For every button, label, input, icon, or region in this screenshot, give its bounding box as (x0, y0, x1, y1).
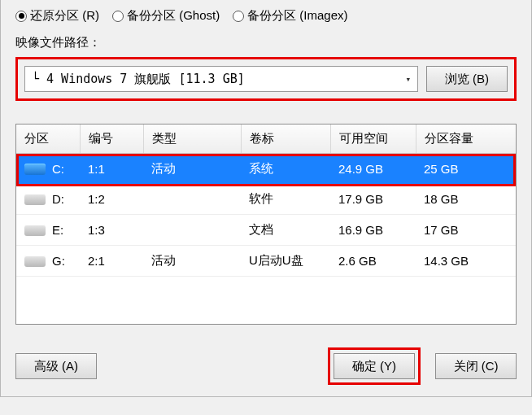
dialog-body: 还原分区 (R) 备份分区 (Ghost) 备份分区 (Imagex) 映像文件… (0, 0, 532, 397)
radio-ghost-label: 备份分区 (Ghost) (127, 8, 220, 24)
cell-volume: 系统 (241, 154, 330, 185)
table-row[interactable]: C:1:1活动系统24.9 GB25 GB (16, 154, 516, 185)
cell-capacity: 14.3 GB (416, 246, 516, 277)
cell-type: 活动 (143, 246, 241, 277)
image-path-highlight: └ 4 Windows 7 旗舰版 [11.3 GB] ▾ 浏览 (B) (15, 57, 517, 101)
table-empty-space (16, 277, 516, 324)
radio-ghost[interactable]: 备份分区 (Ghost) (112, 8, 220, 24)
ok-button-highlight: 确定 (Y) (328, 347, 421, 385)
cell-free: 17.9 GB (330, 184, 416, 215)
ok-button[interactable]: 确定 (Y) (334, 353, 415, 379)
col-free[interactable]: 可用空间 (330, 124, 416, 154)
cell-type: 活动 (143, 154, 241, 185)
radio-imagex[interactable]: 备份分区 (Imagex) (233, 8, 347, 24)
advanced-button[interactable]: 高级 (A) (15, 353, 97, 379)
col-type[interactable]: 类型 (143, 124, 241, 154)
col-partition[interactable]: 分区 (16, 124, 80, 154)
dialog-button-row: 高级 (A) 确定 (Y) 关闭 (C) (15, 347, 517, 385)
cell-number: 1:3 (80, 215, 143, 246)
disk-icon (24, 164, 46, 175)
cell-volume: U启动U盘 (241, 246, 330, 277)
cell-partition: C: (52, 162, 64, 176)
cell-volume: 文档 (241, 215, 330, 246)
cell-partition: E: (52, 223, 63, 237)
col-number[interactable]: 编号 (80, 124, 143, 154)
table-row[interactable]: G:2:1活动U启动U盘2.6 GB14.3 GB (16, 246, 516, 277)
cell-volume: 软件 (241, 184, 330, 215)
col-volume[interactable]: 卷标 (241, 124, 330, 154)
image-path-dropdown-text: └ 4 Windows 7 旗舰版 [11.3 GB] (32, 72, 245, 87)
radio-restore[interactable]: 还原分区 (R) (15, 8, 99, 24)
disk-icon (24, 256, 46, 267)
disk-icon (24, 194, 46, 205)
table-row[interactable]: E:1:3文档16.9 GB17 GB (16, 215, 516, 246)
right-button-group: 确定 (Y) 关闭 (C) (328, 347, 517, 385)
cell-free: 2.6 GB (330, 246, 416, 277)
radio-imagex-label: 备份分区 (Imagex) (247, 8, 347, 24)
partition-table: 分区 编号 类型 卷标 可用空间 分区容量 C:1:1活动系统24.9 GB25… (15, 124, 517, 325)
chevron-down-icon: ▾ (405, 74, 411, 85)
cell-free: 24.9 GB (330, 154, 416, 185)
cell-free: 16.9 GB (330, 215, 416, 246)
image-path-dropdown[interactable]: └ 4 Windows 7 旗舰版 [11.3 GB] ▾ (24, 66, 418, 92)
radio-dot-icon (112, 11, 124, 22)
col-capacity[interactable]: 分区容量 (416, 124, 516, 154)
radio-restore-label: 还原分区 (R) (30, 8, 99, 24)
mode-radio-group: 还原分区 (R) 备份分区 (Ghost) 备份分区 (Imagex) (15, 8, 517, 24)
table-header-row: 分区 编号 类型 卷标 可用空间 分区容量 (16, 124, 516, 154)
cell-number: 2:1 (80, 246, 143, 277)
table-row[interactable]: D:1:2软件17.9 GB18 GB (16, 184, 516, 215)
cell-capacity: 17 GB (416, 215, 516, 246)
cell-capacity: 18 GB (416, 184, 516, 215)
cell-capacity: 25 GB (416, 154, 516, 185)
browse-button[interactable]: 浏览 (B) (426, 66, 508, 92)
cell-partition: D: (52, 192, 64, 206)
radio-dot-icon (233, 11, 244, 22)
radio-dot-icon (15, 11, 27, 22)
cell-type (143, 215, 241, 246)
cell-partition: G: (52, 254, 65, 268)
cell-number: 1:2 (80, 184, 143, 215)
close-button[interactable]: 关闭 (C) (435, 353, 517, 379)
image-path-label: 映像文件路径： (15, 35, 517, 50)
disk-icon (24, 225, 46, 236)
cell-type (143, 184, 241, 215)
cell-number: 1:1 (80, 154, 143, 185)
